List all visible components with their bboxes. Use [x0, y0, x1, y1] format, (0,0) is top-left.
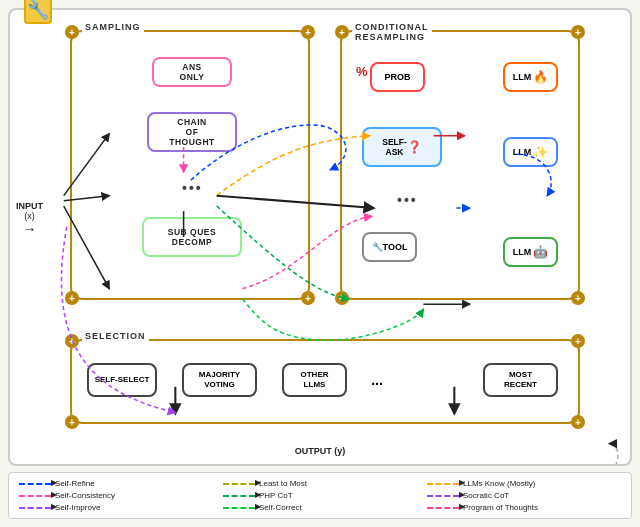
- input-sub: (x): [24, 211, 35, 221]
- self-select-node: SELF-SELECT: [87, 363, 157, 397]
- self-refine-line: [19, 483, 51, 485]
- sparkle-icon: ✨: [533, 145, 548, 159]
- self-correct-label: Self-Correct: [259, 503, 302, 512]
- least-most-line: [223, 483, 255, 485]
- self-improve-label: Self-Improve: [55, 503, 100, 512]
- self-ask-node: SELF-ASK ❓: [362, 127, 442, 167]
- ans-only-node: ANSONLY: [152, 57, 232, 87]
- chain-thought-node: CHAINOFTHOUGHT: [147, 112, 237, 152]
- resampling-corner-br: +: [571, 291, 585, 305]
- majority-voting-node: MAJORITYVOTING: [182, 363, 257, 397]
- sampling-corner-br: +: [301, 291, 315, 305]
- question-icon: ❓: [407, 140, 422, 154]
- socratic-label: Socratic CoT: [463, 491, 509, 500]
- self-correct-line: [223, 507, 255, 509]
- legend-item-php-cot: PHP CoT: [223, 491, 417, 500]
- selection-corner-br: +: [571, 415, 585, 429]
- resampling-label: CONDITIONALRESAMPLING: [352, 22, 432, 42]
- self-refine-label: Self-Refine: [55, 479, 95, 488]
- program-thoughts-label: Program of Thoughts: [463, 503, 538, 512]
- prob-node: PROB: [370, 62, 425, 92]
- self-improve-line: [19, 507, 51, 509]
- llm-fire-node: LLM 🔥: [503, 62, 558, 92]
- sampling-box: SAMPLING + + + + ANSONLY CHAINOFTHOUGHT …: [70, 30, 310, 300]
- selection-corner-bl: +: [65, 415, 79, 429]
- diagram-area: 🔧 INPUT (x) → SAMPLING + + + + ANSONLY C…: [8, 8, 632, 466]
- sampling-label: SAMPLING: [82, 22, 144, 32]
- percent-icon: %: [356, 64, 368, 79]
- legend-item-self-improve: Self-Improve: [19, 503, 213, 512]
- sub-ques-node: SUB QUESDECOMP: [142, 217, 242, 257]
- resampling-corner-tr: +: [571, 25, 585, 39]
- input-text: INPUT: [16, 201, 43, 211]
- most-recent-node: MOSTRECENT: [483, 363, 558, 397]
- selection-dots: ...: [367, 363, 387, 397]
- program-thoughts-line: [427, 507, 459, 509]
- other-llms-node: OTHERLLMS: [282, 363, 347, 397]
- input-arrow-icon: →: [23, 221, 37, 237]
- legend-item-program-thoughts: Program of Thoughts: [427, 503, 621, 512]
- input-label: INPUT (x) →: [16, 201, 43, 237]
- resampling-corner-tl: +: [335, 25, 349, 39]
- robot-icon: 🔧: [24, 0, 52, 24]
- tool-node: 🔧 TOOL: [362, 232, 417, 262]
- llms-know-label: LLMs Know (Mostly): [463, 479, 535, 488]
- fire-icon: 🔥: [533, 70, 548, 84]
- llm-green-node: LLM 🤖: [503, 237, 558, 267]
- legend: Self-Refine Least to Most LLMs Know (Mos…: [8, 472, 632, 519]
- llm-blue-node: LLM ✨: [503, 137, 558, 167]
- main-container: 🔧 INPUT (x) → SAMPLING + + + + ANSONLY C…: [0, 0, 640, 527]
- legend-item-self-refine: Self-Refine: [19, 479, 213, 488]
- legend-item-llms-know: LLMs Know (Mostly): [427, 479, 621, 488]
- wrench-icon: 🔧: [372, 242, 383, 252]
- selection-corner-tr: +: [571, 334, 585, 348]
- resampling-corner-bl: +: [335, 291, 349, 305]
- legend-item-self-consistency: Self-Consistency: [19, 491, 213, 500]
- output-label: OUTPUT (y): [295, 446, 346, 456]
- resampling-box: CONDITIONALRESAMPLING + + + + % PROB LLM…: [340, 30, 580, 300]
- legend-item-socratic: Socratic CoT: [427, 491, 621, 500]
- selection-box: SELECTION + + + + SELF-SELECT MAJORITYVO…: [70, 339, 580, 424]
- llms-know-line: [427, 483, 459, 485]
- selection-label: SELECTION: [82, 331, 149, 341]
- sampling-dots: •••: [182, 180, 203, 196]
- least-most-label: Least to Most: [259, 479, 307, 488]
- sampling-corner-tr: +: [301, 25, 315, 39]
- php-cot-line: [223, 495, 255, 497]
- sampling-corner-bl: +: [65, 291, 79, 305]
- legend-item-self-correct: Self-Correct: [223, 503, 417, 512]
- self-consistency-line: [19, 495, 51, 497]
- resampling-dots: •••: [397, 192, 418, 208]
- self-consistency-label: Self-Consistency: [55, 491, 115, 500]
- php-cot-label: PHP CoT: [259, 491, 293, 500]
- legend-item-least-most: Least to Most: [223, 479, 417, 488]
- socratic-line: [427, 495, 459, 497]
- sampling-corner-tl: +: [65, 25, 79, 39]
- selection-corner-tl: +: [65, 334, 79, 348]
- robot-icon2: 🤖: [533, 245, 548, 259]
